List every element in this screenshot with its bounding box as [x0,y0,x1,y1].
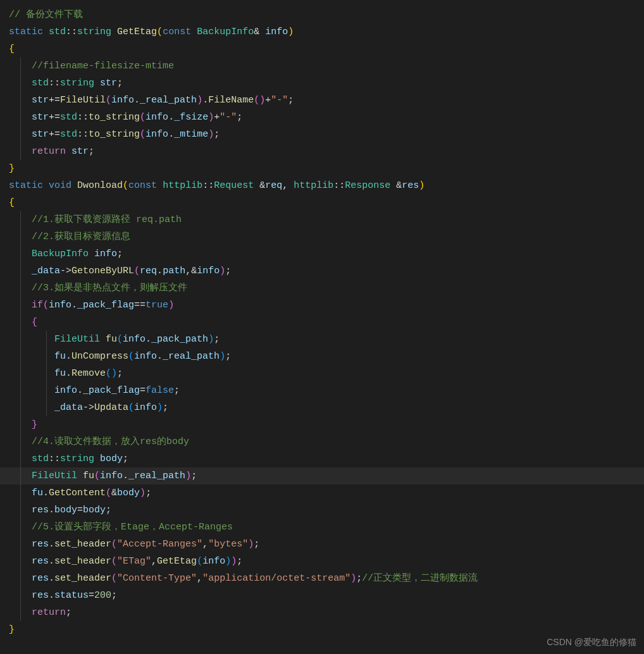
code-line[interactable]: } [0,160,644,177]
code-line[interactable]: return str; [0,143,644,160]
code-token: ; [191,471,197,481]
code-line[interactable]: res.set_header("Accept-Ranges","bytes"); [0,536,644,553]
code-line[interactable]: fu.GetContent(&body); [0,484,644,502]
code-token: status [54,590,89,601]
code-line[interactable]: res.set_header("ETag",GetEtag(info)); [0,553,644,570]
code-token: ) [225,556,231,567]
code-token: std [60,112,77,123]
code-token: info [134,351,157,362]
code-token: += [49,129,60,140]
code-token: UnCompress [71,351,128,362]
code-token: "-" [271,95,288,106]
indent-guide [20,262,21,280]
code-token: std [32,453,49,464]
code-editor[interactable]: // 备份文件下载static std::string GetEtag(cons… [0,6,644,638]
code-token: } [32,419,37,430]
code-token: ) [197,95,202,106]
code-token: info [197,266,220,276]
code-token: _data [54,402,83,413]
code-line[interactable]: // 备份文件下载 [0,6,644,23]
code-line[interactable]: str+=FileUtil(info._real_path).FileName(… [0,92,644,109]
code-token: Response [345,180,390,191]
code-token: :: [77,112,89,123]
code-token [94,453,100,464]
code-token: == [134,300,146,311]
code-line[interactable]: //3.如果是非热点文件，则解压文件 [0,280,644,297]
indent-guide [20,519,21,536]
code-token: fu [54,368,66,379]
code-line[interactable]: static std::string GetEtag(const BackupI… [0,23,644,40]
code-line[interactable]: std::string body; [0,450,644,467]
code-token: ; [146,488,151,498]
indent-guide [20,143,21,160]
code-token: void [49,180,71,191]
code-token: set_header [54,539,111,550]
code-line[interactable]: res.status=200; [0,587,644,604]
code-token: ( [128,351,134,362]
code-token: Updata [94,402,128,413]
code-token [66,146,71,157]
code-token: ( [94,471,100,481]
code-line[interactable]: //1.获取下载资源路径 req.path [0,211,644,228]
code-line[interactable]: //4.读取文件数据，放入res的body [0,433,644,450]
code-token: GetoneByURL [71,266,134,276]
code-line[interactable]: str+=std::to_string(info._fsize)+"-"; [0,109,644,126]
code-token: httplib [294,180,333,191]
code-token: static [9,27,43,37]
code-token: res [32,505,49,515]
code-token: . [66,368,71,379]
indent-guide [46,365,47,382]
code-line[interactable]: BackupInfo info; [0,245,644,262]
code-line[interactable]: std::string str; [0,75,644,92]
code-token: ) [185,471,191,481]
code-line[interactable]: //filename-filesize-mtime [0,58,644,75]
code-token: BackupInfo [197,27,254,37]
code-token: _fsize [174,112,208,123]
code-token: . [168,129,174,140]
code-line[interactable]: _data->GetoneByURL(req.path,&info); [0,262,644,280]
code-line[interactable]: _data->Updata(info); [0,399,644,416]
code-line[interactable]: FileUtil fu(info._pack_path); [0,331,644,348]
code-line[interactable]: { [0,40,644,58]
code-token: const [163,27,191,37]
code-token: req [140,266,157,276]
code-token [259,27,265,37]
code-token: FileUtil [54,334,100,345]
code-token [390,180,396,191]
indent-guide [20,126,21,143]
indent-guide [20,92,21,109]
code-token: 200 [94,590,111,601]
code-token: ( [128,402,134,413]
code-line[interactable]: res.body=body; [0,502,644,519]
code-token: . [157,351,163,362]
code-token: . [49,573,54,584]
code-token: ) [288,27,294,37]
code-line[interactable]: fu.UnCompress(info._real_path); [0,348,644,365]
code-line[interactable]: //5.设置头部字段，Etage，Accept-Ranges [0,519,644,536]
code-token: ) [220,266,225,276]
code-line[interactable]: info._pack_flag=false; [0,382,644,399]
code-line[interactable]: if(info._pack_flag==true) [0,297,644,314]
code-line[interactable]: { [0,194,644,211]
code-line[interactable]: //2.获取目标资源信息 [0,228,644,245]
code-line[interactable]: res.set_header("Content-Type","applicati… [0,570,644,587]
code-line[interactable]: FileUtil fu(info._real_path); [0,467,644,484]
code-token [254,180,259,191]
code-token: 备份文件下载 [26,9,83,20]
code-token: _data [32,266,60,276]
code-token: . [202,95,208,106]
indent-guide [20,604,21,621]
code-line[interactable]: { [0,314,644,331]
code-line[interactable]: } [0,416,644,433]
code-token: ) [220,351,225,362]
code-line[interactable]: fu.Remove(); [0,365,644,382]
code-line[interactable]: str+=std::to_string(info._mtime); [0,126,644,143]
code-token: ) [168,300,174,311]
code-token: . [168,112,174,123]
code-line[interactable]: static void Dwonload(const httplib::Requ… [0,177,644,194]
code-token: & [254,27,259,37]
code-token: info [202,556,225,567]
code-token: } [9,624,15,635]
indent-guide [20,348,21,365]
code-line[interactable]: return; [0,604,644,621]
